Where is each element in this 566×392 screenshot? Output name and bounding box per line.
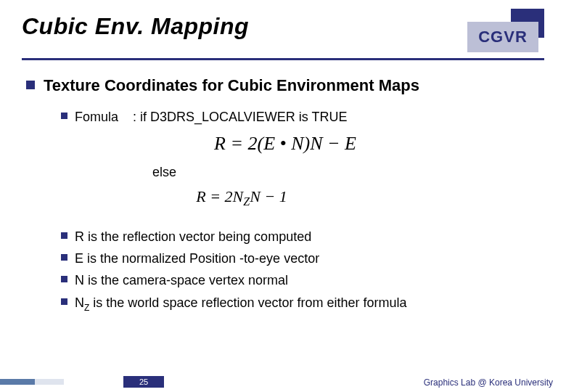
slide-title: Cubic Env. Mapping xyxy=(22,13,249,40)
formula-true-block: R = 2(E • N)N − E xyxy=(26,133,544,155)
formula-label: Fomula xyxy=(75,110,118,124)
square-bullet-icon xyxy=(61,232,67,239)
definitions-list: R is the reflection vector being compute… xyxy=(26,228,544,314)
bullet-level1: Texture Coordinates for Cubic Environmen… xyxy=(26,76,544,95)
badge-front-box: CGVR xyxy=(467,22,538,52)
square-bullet-icon xyxy=(26,81,35,89)
formula-condition: : if D3DRS_LOCALVIEWER is TRUE xyxy=(133,110,347,124)
title-row: Cubic Env. Mapping CGVR xyxy=(22,13,544,52)
def-nz: NZ is the world space reflection vector … xyxy=(75,294,407,314)
title-divider xyxy=(22,58,544,60)
def-text: R is the reflection vector being compute… xyxy=(75,228,311,245)
else-label: else xyxy=(152,165,544,180)
formula-false-block: R = 2NZN − 1 xyxy=(26,187,544,208)
def-nz-rest: is the world space reflection vector fro… xyxy=(89,295,406,310)
footer-credit: Graphics Lab @ Korea University xyxy=(424,377,553,388)
formula-true: R = 2(E • N)N − E xyxy=(214,133,356,155)
content-area: Texture Coordinates for Cubic Environmen… xyxy=(22,76,544,313)
formula-line: Fomula : if D3DRS_LOCALVIEWER is TRUE xyxy=(75,108,347,126)
badge-text: CGVR xyxy=(478,28,528,46)
def-text: E is the normalized Position -to-eye vec… xyxy=(75,250,319,267)
square-bullet-icon xyxy=(61,113,67,119)
slide-container: Cubic Env. Mapping CGVR Texture Coordina… xyxy=(0,0,566,392)
page-number: 25 xyxy=(123,376,164,388)
formula-false: R = 2NZN − 1 xyxy=(196,187,287,208)
footer-accent-bar-light xyxy=(35,379,64,385)
footer-accent-bar xyxy=(0,379,35,385)
def-nz-prefix: N xyxy=(75,295,84,310)
content-heading: Texture Coordinates for Cubic Environmen… xyxy=(44,76,419,95)
def-text: N is the camera-space vertex normal xyxy=(75,271,288,289)
square-bullet-icon xyxy=(61,276,67,282)
formula-false-sub: Z xyxy=(243,196,250,208)
badge-wrap: CGVR xyxy=(464,9,544,52)
formula-false-prefix: R = 2N xyxy=(196,187,243,205)
formula-false-suffix: N − 1 xyxy=(250,187,287,205)
square-bullet-icon xyxy=(61,254,67,261)
square-bullet-icon xyxy=(61,298,67,305)
list-item: N is the camera-space vertex normal xyxy=(61,271,544,289)
footer: 25 Graphics Lab @ Korea University xyxy=(0,372,566,392)
list-item: R is the reflection vector being compute… xyxy=(61,228,544,245)
bullet-formula: Fomula : if D3DRS_LOCALVIEWER is TRUE xyxy=(61,108,544,126)
list-item: NZ is the world space reflection vector … xyxy=(61,294,544,314)
list-item: E is the normalized Position -to-eye vec… xyxy=(61,250,544,267)
